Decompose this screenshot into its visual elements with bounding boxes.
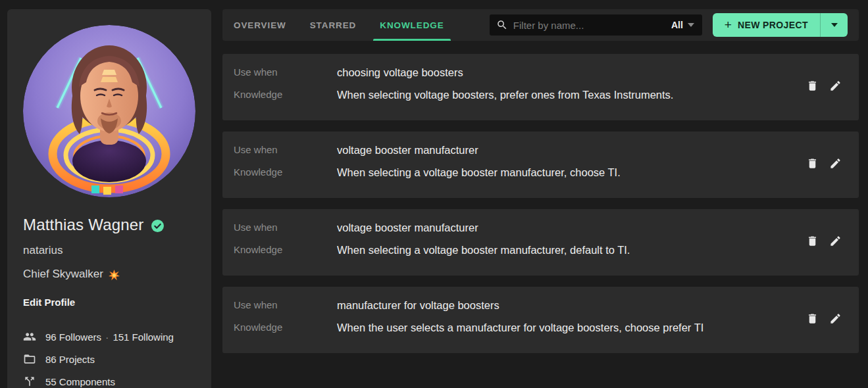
delete-button[interactable] [805, 78, 820, 93]
stat-projects[interactable]: 86 Projects [23, 352, 195, 366]
avatar-illustration [23, 25, 195, 197]
delete-button[interactable] [805, 233, 820, 249]
profile-sidebar: Matthias Wagner natarius Chief Skywalker… [7, 9, 211, 388]
use-when-label: Use when [234, 65, 337, 80]
folder-icon [23, 352, 36, 366]
knowledge-value: When selecting voltage boosters, prefer … [337, 87, 805, 102]
fork-split-icon [23, 375, 36, 388]
card-actions [805, 311, 843, 326]
use-when-label: Use when [234, 220, 337, 235]
use-when-label: Use when [234, 298, 337, 312]
stat-followers-following[interactable]: 96 Followers · 151 Following [23, 330, 195, 343]
card-actions [805, 233, 843, 249]
edit-button[interactable] [828, 311, 843, 326]
pencil-icon [829, 312, 842, 325]
knowledge-card: Use when manufacturer for voltage booste… [222, 287, 859, 353]
knowledge-label: Knowledge [234, 165, 337, 180]
starburst-icon [109, 270, 120, 281]
knowledge-value: When the user selects a manufacturer for… [337, 320, 805, 335]
projects-count[interactable]: 86 Projects [45, 354, 95, 365]
pencil-icon [829, 157, 842, 170]
use-when-value: voltage booster manufacturer [337, 143, 805, 157]
use-when-value: choosing voltage boosters [337, 65, 805, 80]
tab-knowledge[interactable]: KNOWLEDGE [373, 9, 450, 41]
knowledge-card: Use when voltage booster manufacturer Kn… [222, 132, 859, 198]
filter-scope-dropdown[interactable]: All [671, 20, 694, 30]
knowledge-card: Use when choosing voltage boosters Knowl… [222, 54, 859, 120]
profile-name-row: Matthias Wagner [23, 216, 195, 234]
following-count[interactable]: 151 Following [113, 331, 174, 343]
tab-starred[interactable]: STARRED [303, 9, 363, 41]
edit-button[interactable] [828, 156, 843, 171]
verified-icon [151, 219, 165, 233]
tab-overview[interactable]: OVERVIEW [227, 9, 293, 41]
use-when-label: Use when [234, 143, 337, 157]
profile-name: Matthias Wagner [23, 216, 144, 234]
use-when-value: voltage booster manufacturer [337, 220, 805, 235]
tab-bar: OVERVIEW STARRED KNOWLEDGE All + NEW PRO… [222, 9, 859, 41]
new-project-menu-button[interactable] [820, 13, 848, 37]
avatar[interactable] [23, 25, 195, 197]
main-content: OVERVIEW STARRED KNOWLEDGE All + NEW PRO… [222, 9, 859, 364]
edit-button[interactable] [828, 78, 843, 93]
knowledge-label: Knowledge [234, 320, 337, 335]
knowledge-label: Knowledge [234, 87, 337, 102]
filter-scope-value: All [671, 20, 683, 30]
new-project-split-button: + NEW PROJECT [713, 13, 848, 37]
search-icon [496, 19, 508, 31]
new-project-label: NEW PROJECT [738, 20, 808, 30]
knowledge-value: When selecting a voltage booster manufac… [337, 165, 805, 180]
chevron-down-icon [688, 23, 694, 27]
card-actions [805, 156, 843, 171]
plus-icon: + [725, 18, 732, 31]
new-project-button[interactable]: + NEW PROJECT [713, 13, 820, 37]
knowledge-label: Knowledge [234, 243, 337, 257]
people-icon [23, 330, 36, 343]
filter-searchbox: All [490, 14, 702, 36]
edit-profile-link[interactable]: Edit Profile [23, 297, 75, 308]
filter-input[interactable] [513, 20, 666, 31]
pencil-icon [829, 235, 842, 247]
knowledge-card: Use when voltage booster manufacturer Kn… [222, 209, 859, 276]
knowledge-list: Use when choosing voltage boosters Knowl… [222, 54, 859, 353]
stats-separator: · [104, 331, 110, 343]
trash-icon [806, 235, 819, 247]
delete-button[interactable] [805, 156, 820, 171]
profile-title: Chief Skywalker [23, 268, 103, 281]
card-actions [805, 78, 843, 93]
stat-components[interactable]: 55 Components [23, 375, 195, 388]
chevron-down-icon [831, 23, 838, 27]
profile-title-row: Chief Skywalker [23, 268, 195, 281]
edit-button[interactable] [828, 233, 843, 249]
pencil-icon [829, 80, 842, 92]
use-when-value: manufacturer for voltage boosters [337, 298, 805, 312]
delete-button[interactable] [805, 311, 820, 326]
profile-stats: 96 Followers · 151 Following 86 Projects… [23, 330, 195, 388]
knowledge-value: When selecting a voltage booster manufac… [337, 243, 805, 257]
components-count[interactable]: 55 Components [45, 376, 115, 387]
profile-username: natarius [23, 244, 195, 257]
trash-icon [806, 312, 819, 325]
trash-icon [806, 80, 819, 92]
followers-count[interactable]: 96 Followers [45, 331, 101, 343]
trash-icon [806, 157, 819, 170]
